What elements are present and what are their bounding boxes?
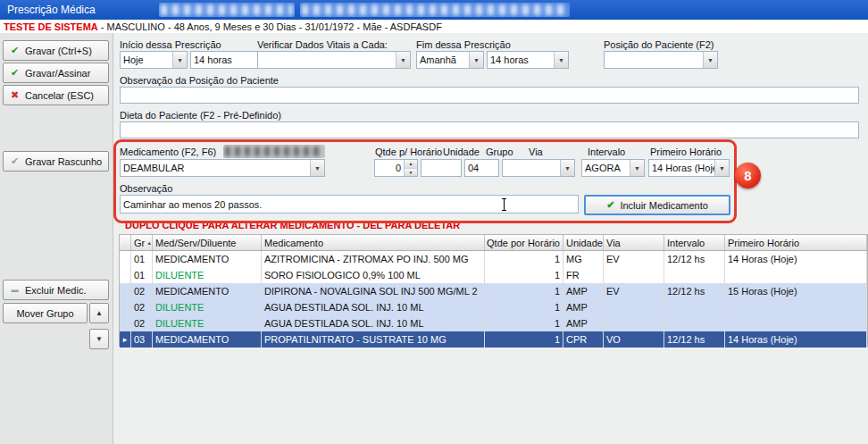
table-row[interactable]: 02 DILUENTE AGUA DESTILADA SOL. INJ. 10 … [120,299,867,315]
table-row[interactable]: 02 DILUENTE AGUA DESTILADA SOL. INJ. 10 … [120,315,867,331]
spin-down-icon[interactable]: ▼ [405,168,417,177]
cell-gr: 01 [131,251,153,267]
chevron-down-icon: ▼ [396,52,410,68]
unidade-label: Unidade [443,147,480,157]
inicio-prescricao-select[interactable]: Hoje ▼ [120,51,188,69]
cell-via: EV [604,283,664,299]
cell-via [604,315,664,331]
text-cursor [501,198,507,211]
column-header-via[interactable]: Via [604,235,664,250]
cell-primeiro-horario [725,267,867,283]
gravar-button-label: Gravar (Ctrl+S) [25,46,92,56]
fim-hora-select[interactable]: 14 horas ▼ [487,51,569,69]
intervalo-select[interactable]: AGORA ▼ [581,159,645,177]
posicao-paciente-select[interactable]: ▼ [604,51,718,69]
unidade-input[interactable] [421,159,462,177]
arrow-down-icon: ▼ [96,335,103,343]
cell-unidade: MG [563,251,604,267]
cell-via: VO [604,331,664,348]
verificar-dados-vitais-select[interactable]: ▼ [257,51,411,69]
cell-intervalo [664,267,725,283]
incluir-medicamento-button[interactable]: ✔ Incluir Medicamento [584,195,730,215]
grupo-label: Grupo [486,147,513,157]
incluir-medicamento-button-label: Incluir Medicamento [620,200,707,211]
column-header-primeiro-horario[interactable]: Primeiro Horário [725,235,867,250]
chevron-down-icon: ▼ [630,160,644,176]
table-indicator-header [120,235,131,250]
cell-intervalo [664,299,725,315]
chevron-down-icon: ▼ [172,52,187,68]
chevron-down-icon: ▼ [310,160,324,176]
cancelar-button[interactable]: ✖ Cancelar (ESC) [3,85,109,105]
column-header-intervalo[interactable]: Intervalo [664,235,725,250]
observacao-input[interactable]: Caminhar ao menos 20 passos. [120,195,579,214]
dieta-paciente-input[interactable] [120,121,859,138]
cell-via [604,299,664,315]
fim-prescricao-select[interactable]: Amanhã ▼ [416,51,484,69]
gravar-assinar-button-label: Gravar/Assinar [25,68,90,79]
table-caption: DUPLO CLIQUE PARA ALTERAR MEDICAMENTO - … [125,220,460,230]
cell-primeiro-horario: 14 Horas (Hoje) [725,251,867,267]
table-row[interactable]: 02 MEDICAMENTO DIPIRONA - NOVALGINA SOL … [120,283,867,299]
cell-tipo: DILUENTE [153,299,262,315]
cell-gr: 02 [131,315,153,331]
cell-tipo: MEDICAMENTO [153,283,262,299]
column-header-tipo[interactable]: Med/Serv/Diluente [153,235,262,250]
cell-gr: 03 [131,331,153,348]
cell-medicamento: AGUA DESTILADA SOL. INJ. 10 ML [262,315,485,331]
column-header-qtde[interactable]: Qtde por Horário [485,235,563,250]
column-header-unidade[interactable]: Unidade [563,235,604,250]
via-select[interactable]: ▼ [502,159,575,177]
table-header-row: Gr ▲ Med/Serv/Diluente Medicamento Qtde … [120,235,867,251]
table-row[interactable]: 01 MEDICAMENTO AZITROMICINA - ZITROMAX P… [120,251,867,267]
excluir-medicamento-button[interactable]: ▬ Excluir Medic. [3,280,109,300]
cancelar-button-label: Cancelar (ESC) [25,90,94,101]
window-title: Prescrição Médica [7,4,96,16]
gravar-button[interactable]: ✔ Gravar (Ctrl+S) [3,40,109,61]
table-row[interactable]: 01 DILUENTE SORO FISIOLOGICO 0,9% 100 ML… [120,267,867,283]
mover-grupo-button[interactable]: Mover Grupo [3,303,88,323]
move-group-up-button[interactable]: ▲ [89,303,109,323]
primeiro-horario-select[interactable]: 14 Horas (Hoje) ▼ [648,159,730,177]
column-header-medicamento[interactable]: Medicamento [262,235,485,250]
cell-primeiro-horario: 15 Horas (Hoje) [725,283,867,299]
patient-info-bar: TESTE DE SISTEMA - MASCULINO - 48 Anos, … [0,20,868,33]
cell-via: EV [604,251,664,267]
check-icon: ✔ [9,45,21,56]
grupo-input[interactable]: 04 [464,159,499,177]
qtde-horario-stepper[interactable]: 0 ▲ ▼ [374,159,418,177]
chevron-down-icon: ▼ [714,160,729,176]
annotation-step-badge: 8 [735,163,761,188]
redacted-option-chip [223,145,325,158]
cell-primeiro-horario: 14 Horas (Hoje) [725,331,867,348]
posicao-paciente-label: Posição do Paciente (F2) [604,39,714,50]
gravar-assinar-button[interactable]: ✔ Gravar/Assinar [3,63,109,83]
prescription-window: Prescrição Médica TESTE DE SISTEMA - MAS… [0,0,868,444]
check-icon: ✔ [9,155,21,167]
cell-qtde: 1 [485,299,563,315]
spin-up-icon[interactable]: ▲ [405,160,417,168]
table-row-selected[interactable]: ▸ 03 MEDICAMENTO PROPATILNITRATO - SUSTR… [120,331,867,348]
cell-intervalo [664,315,725,331]
cell-qtde: 1 [485,251,563,267]
fim-prescricao-label: Fim dessa Prescrição [416,39,511,50]
title-bar[interactable]: Prescrição Médica [0,0,868,20]
gravar-rascunho-button[interactable]: ✔ Gravar Rascunho [3,151,109,172]
inicio-prescricao-label: Início dessa Prescrição [120,39,221,50]
cell-primeiro-horario [725,299,867,315]
column-header-gr[interactable]: Gr ▲ [131,235,153,250]
cell-tipo: MEDICAMENTO [153,251,262,267]
medicamento-select[interactable]: DEAMBULAR ▼ [120,159,325,177]
dieta-paciente-label: Dieta do Paciente (F2 - Pré-Definido) [120,110,281,121]
cell-intervalo: 12/12 hs [664,251,725,267]
move-group-down-button[interactable]: ▼ [89,329,109,349]
observacao-label: Observação [120,183,172,194]
obs-posicao-input[interactable] [120,87,859,104]
cell-intervalo: 12/12 hs [664,283,725,299]
arrow-up-icon: ▲ [96,309,103,317]
cell-medicamento: AGUA DESTILADA SOL. INJ. 10 ML [262,299,485,315]
cell-tipo: MEDICAMENTO [153,331,262,348]
primeiro-horario-label: Primeiro Horário [650,147,722,157]
cell-qtde: 1 [485,283,563,299]
sidebar: ✔ Gravar (Ctrl+S) ✔ Gravar/Assinar ✖ Can… [0,33,113,444]
